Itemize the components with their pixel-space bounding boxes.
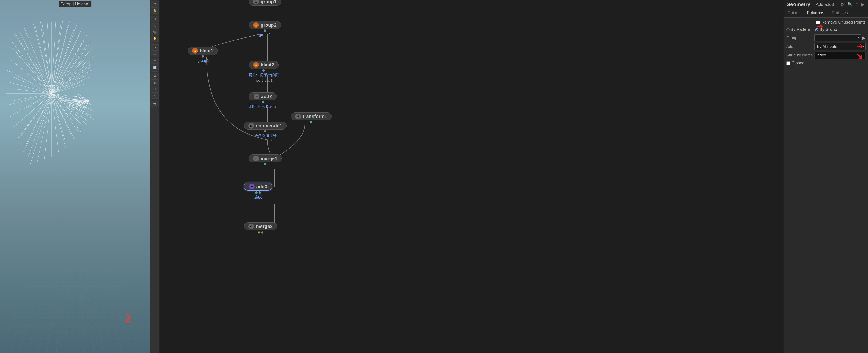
svg-line-24 [52,49,91,94]
node-icon-add3: 〜 [249,184,254,189]
prop-node-info: Add add3 [816,2,834,7]
node-dot-blast1 [202,55,204,58]
radio-by-pattern[interactable]: By Pattern [786,27,810,32]
svg-line-4 [8,82,52,94]
svg-line-3 [7,70,52,94]
svg-line-7 [9,94,52,117]
layout-icon[interactable]: ⊞ [151,1,159,7]
node-dot-merge2-2 [261,231,264,234]
node-label-add3: add3 [256,184,268,189]
svg-line-20 [52,23,77,94]
svg-line-60 [52,46,89,94]
undo-icon[interactable]: ↩ [151,93,159,99]
node-sublabel-add2: 删掉面 只显示点 [249,104,276,109]
svg-line-70 [52,94,88,121]
node-icon-blast1: 🔥 [192,48,198,54]
mode-radio-row: By Pattern By Group [786,27,866,32]
node-dot-transform [310,121,312,123]
node-icon-group2: 🔥 [253,22,259,28]
node-blast2[interactable]: 🔥 blast2 提取中间部分的面 not: group1 [249,61,279,83]
prop-content: Remove Unused Points By Pattern By Group… [784,18,868,353]
node-sublabel-enum: 给点添加序号 [254,133,277,138]
add-field-label: Add [786,44,814,49]
cut-icon[interactable]: ✂ [151,58,159,64]
toolbar: ⊞ 🔒 👁 ⬡ 📷 💡 ⚙ ✏ ✂ 🔢 ◉ ⊕ ⊟ ↩ 🗺 [150,0,160,353]
node-icon-enum: ⊞ [248,123,254,129]
node-sublabel-blast1: !group1 [196,59,209,63]
node-dot-blast2 [262,69,265,72]
node-group1-top[interactable]: ⬡ group1 [249,0,281,6]
svg-line-76 [77,94,89,101]
node-dot-merge2-1 [258,231,260,234]
remove-unused-label: Remove Unused Points [822,20,866,25]
node-merge2[interactable]: ⊗ merge2 [244,222,277,234]
group-arrow-icon[interactable]: ▶ [862,35,866,40]
node-group2[interactable]: 🔥 group2 group1 [249,21,281,37]
node-dot-add3-2 [258,191,261,194]
node-icon-transform: ⊕ [295,114,301,119]
node-enumerate1[interactable]: ⊞ enumerate1 给点添加序号 [244,122,287,138]
node-label-blast1: blast1 [200,48,213,54]
settings-icon[interactable]: ⚙ [151,44,159,51]
svg-line-41 [30,94,52,164]
node-blast1[interactable]: 🔥 blast1 !group1 [188,47,218,63]
radio-pattern-circle[interactable] [786,28,789,31]
lock-icon[interactable]: 🔒 [151,7,159,13]
node-dot-add3-1 [255,191,257,194]
svg-line-51 [26,94,52,145]
node-transform1[interactable]: ⊕ transform1 [291,113,332,123]
edit-pencil-icon[interactable]: ✏ [151,51,159,57]
prop-search-icon[interactable]: 🔍 [846,1,854,7]
svg-line-75 [75,96,89,101]
cam-icon[interactable]: 📷 [151,29,159,35]
prop-settings-icon[interactable]: ⚙ [839,1,845,7]
node-graph[interactable]: ⬡ group1 🔥 group2 group1 🔥 blast1 !group… [160,0,784,353]
dot-icon[interactable]: ◉ [151,73,159,79]
node-sublabel-add3: 连线 [254,195,262,200]
attr-name-value[interactable]: index [814,52,866,59]
node-sublabel-group2: group1 [259,33,271,37]
viewport-camera-label[interactable]: Persp | No cam [59,1,91,7]
svg-line-56 [52,26,68,94]
node-label-group1: group1 [260,0,277,4]
connections-svg [160,0,784,353]
attr-name-label: Attribute Name [786,53,814,58]
remove-unused-checkbox[interactable] [816,21,820,24]
prop-title: Geometry [786,1,810,7]
node-icon-group1: ⬡ [253,0,259,4]
tab-polygons[interactable]: Polygons [803,9,828,17]
svg-line-13 [23,26,52,94]
eye-icon[interactable]: 👁 [151,16,159,22]
radio-by-group[interactable]: By Group [815,27,837,32]
svg-line-37 [52,94,59,152]
group-select[interactable] [814,34,862,41]
light-icon[interactable]: 💡 [151,36,159,42]
node-add3[interactable]: 〜 add3 连线 [244,183,272,200]
3d-viewport[interactable]: Persp | No cam 2 [0,0,150,353]
tab-points[interactable]: Points [784,9,803,17]
tab-particles[interactable]: Particles [828,9,851,17]
geo-icon[interactable]: ⬡ [151,23,159,29]
group-field-label: Group [786,36,814,40]
minus-icon[interactable]: ⊟ [151,86,159,92]
num-icon[interactable]: 🔢 [151,64,159,70]
svg-line-48 [14,94,52,113]
node-merge1[interactable]: ⊗ merge1 [249,155,282,165]
svg-line-50 [21,94,52,136]
svg-line-0 [17,35,52,94]
node-add2[interactable]: 〜 add2 删掉面 只显示点 [249,93,277,109]
map-icon[interactable]: 🗺 [151,101,159,107]
node-dot-merge1 [264,163,267,165]
svg-line-47 [13,94,52,101]
persp-text: Persp | No cam [60,2,89,6]
svg-line-36 [52,94,66,148]
closed-checkbox[interactable] [786,61,790,65]
prop-question-icon[interactable]: ? [855,1,859,7]
radio-group-circle[interactable] [815,28,818,31]
prop-arrow-icon[interactable]: ▶ [861,1,866,7]
svg-line-19 [52,19,70,94]
svg-line-73 [52,94,71,135]
radio-group-label: By Group [819,27,837,32]
add-select[interactable]: By Attribute By Group By Pattern [814,43,866,50]
plus-icon[interactable]: ⊕ [151,79,159,86]
